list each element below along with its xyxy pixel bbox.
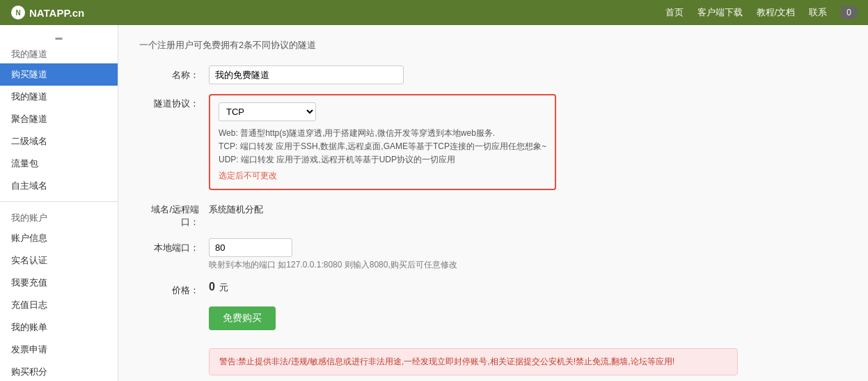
download-link[interactable]: 客户端下载 <box>697 6 743 19</box>
page-description: 一个注册用户可免费拥有2条不同协议的隧道 <box>139 39 847 52</box>
form-row-protocol: 隧道协议： TCP HTTP HTTPS UDP Web: 普通型http(s)… <box>139 94 847 190</box>
sidebar-item-custom-domain[interactable]: 自主域名 <box>0 175 118 197</box>
sidebar-item-buy-tunnel[interactable]: 购买隧道 <box>0 63 118 86</box>
logo-icon: N <box>11 6 25 20</box>
protocol-field-wrapper: TCP HTTP HTTPS UDP Web: 普通型http(s)隧道穿透,用… <box>209 94 847 190</box>
sidebar: ▬ 我的隧道 购买隧道 我的隧道 聚合隧道 二级域名 流量包 自主域名 我的账户… <box>0 25 118 381</box>
form-row-button: 免费购买 <box>139 306 847 339</box>
protocol-desc-web: Web: 普通型http(s)隧道穿透,用于搭建网站,微信开发等穿透到本地web… <box>219 127 546 140</box>
buy-button[interactable]: 免费购买 <box>209 306 276 330</box>
name-label: 名称： <box>139 65 209 81</box>
button-field-wrapper: 免费购买 <box>209 306 847 339</box>
main-content: 一个注册用户可免费拥有2条不同协议的隧道 名称： 隧道协议： TCP HTTP … <box>118 25 868 381</box>
form-row-local-port: 本地端口： 映射到本地的端口 如127.0.0.1:8080 则输入8080,购… <box>139 238 847 271</box>
sidebar-item-my-tunnel[interactable]: 我的隧道 <box>0 86 118 108</box>
logo: N NATAPP.cn <box>11 6 84 20</box>
home-link[interactable]: 首页 <box>665 6 684 19</box>
sidebar-scroll: ▬ <box>0 32 118 42</box>
protocol-desc-tcp: TCP: 端口转发 应用于SSH,数据库,远程桌面,GAME等基于TCP连接的一… <box>219 140 546 153</box>
name-input[interactable] <box>209 65 404 84</box>
contact-link[interactable]: 联系 <box>809 6 827 19</box>
nav-badge: 0 <box>841 6 857 19</box>
name-field-wrapper <box>209 65 847 84</box>
sidebar-item-bill[interactable]: 我的账单 <box>0 316 118 339</box>
price-label: 价格： <box>139 281 209 297</box>
docs-link[interactable]: 教程/文档 <box>757 6 796 19</box>
form-row-domain: 域名/远程端口： 系统随机分配 <box>139 200 847 228</box>
protocol-description: Web: 普通型http(s)隧道穿透,用于搭建网站,微信开发等穿透到本地web… <box>219 127 546 167</box>
sidebar-section-tunnel: 我的隧道 <box>0 42 118 63</box>
local-port-input[interactable] <box>209 238 292 257</box>
main-layout: ▬ 我的隧道 购买隧道 我的隧道 聚合隧道 二级域名 流量包 自主域名 我的账户… <box>0 25 868 381</box>
top-navigation: N NATAPP.cn 首页 客户端下载 教程/文档 联系 0 <box>0 0 868 25</box>
sidebar-item-aggregate[interactable]: 聚合隧道 <box>0 108 118 130</box>
protocol-select-row: TCP HTTP HTTPS UDP <box>219 102 546 121</box>
price-field-wrapper: 0 元 <box>209 281 847 294</box>
form-row-price: 价格： 0 元 <box>139 281 847 297</box>
domain-label: 域名/远程端口： <box>139 200 209 228</box>
domain-value: 系统随机分配 <box>209 200 847 216</box>
sidebar-item-traffic[interactable]: 流量包 <box>0 153 118 175</box>
local-port-field-wrapper: 映射到本地的端口 如127.0.0.1:8080 则输入8080,购买后可任意修… <box>209 238 847 271</box>
local-port-label: 本地端口： <box>139 238 209 254</box>
domain-field-wrapper: 系统随机分配 <box>209 200 847 216</box>
protocol-select[interactable]: TCP HTTP HTTPS UDP <box>219 102 316 121</box>
alert-danger: 警告:禁止提供非法/违规/敏感信息或进行非法用途,一经发现立即封停账号,相关证据… <box>209 348 738 375</box>
sidebar-item-buy-points[interactable]: 购买积分 <box>0 361 118 381</box>
sidebar-item-account-info[interactable]: 账户信息 <box>0 227 118 249</box>
nav-links: 首页 客户端下载 教程/文档 联系 0 <box>665 6 857 19</box>
protocol-highlighted-box: TCP HTTP HTTPS UDP Web: 普通型http(s)隧道穿透,用… <box>209 94 556 190</box>
sidebar-section-account: 我的账户 <box>0 206 118 227</box>
price-value: 0 <box>209 281 215 293</box>
sidebar-item-recharge[interactable]: 我要充值 <box>0 272 118 294</box>
local-port-hint: 映射到本地的端口 如127.0.0.1:8080 则输入8080,购买后可任意修… <box>209 259 847 271</box>
alert-section: 警告:禁止提供非法/违规/敏感信息或进行非法用途,一经发现立即封停账号,相关证据… <box>209 348 738 381</box>
protocol-label: 隧道协议： <box>139 94 209 110</box>
sidebar-divider <box>0 201 118 202</box>
price-unit: 元 <box>219 282 228 293</box>
form-row-name: 名称： <box>139 65 847 84</box>
sidebar-item-invoice[interactable]: 发票申请 <box>0 339 118 361</box>
logo-text: NATAPP.cn <box>29 7 84 19</box>
button-label-spacer <box>139 306 209 310</box>
protocol-desc-udp: UDP: 端口转发 应用于游戏,远程开机等基于UDP协议的一切应用 <box>219 153 546 166</box>
sidebar-item-recharge-log[interactable]: 充值日志 <box>0 294 118 316</box>
protocol-note: 选定后不可更改 <box>219 170 546 182</box>
sidebar-item-realname[interactable]: 实名认证 <box>0 249 118 272</box>
sidebar-item-subdomain[interactable]: 二级域名 <box>0 130 118 153</box>
